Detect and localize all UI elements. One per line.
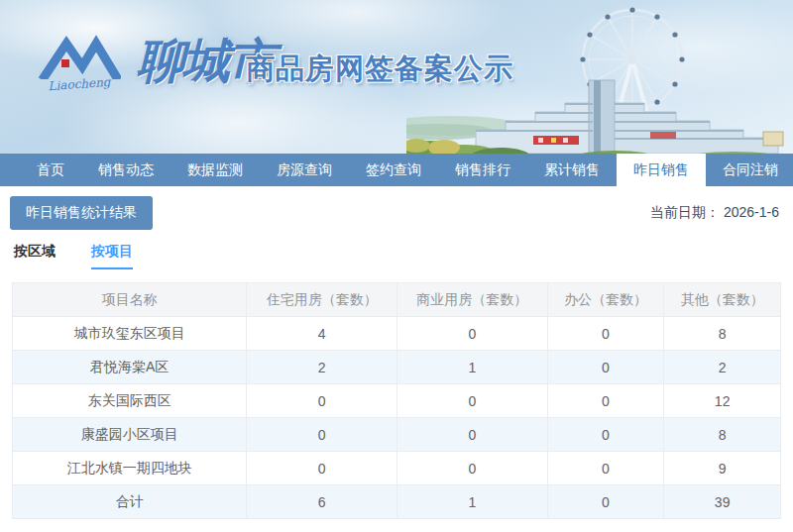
office-cell: 0 bbox=[547, 351, 664, 384]
residential-cell: 0 bbox=[247, 418, 397, 452]
nav-item-sales-ranking[interactable]: 销售排行 bbox=[438, 154, 527, 186]
project-name-cell: 城市玖玺东区项目 bbox=[13, 317, 247, 351]
other-cell: 12 bbox=[664, 384, 781, 418]
total-label-cell: 合计 bbox=[13, 485, 247, 519]
residential-cell: 2 bbox=[247, 351, 397, 384]
commercial-cell: 1 bbox=[397, 351, 548, 384]
table-row: 城市玖玺东区项目 4 0 0 8 bbox=[13, 317, 781, 351]
project-name-cell: 君悦海棠A区 bbox=[13, 351, 247, 384]
page-title: 商品房网签备案公示 bbox=[246, 50, 513, 89]
project-name-cell: 江北水镇一期四地块 bbox=[13, 452, 247, 485]
project-name-cell: 东关国际西区 bbox=[13, 384, 247, 418]
commercial-cell: 0 bbox=[397, 452, 548, 485]
nav-item-home[interactable]: 首页 bbox=[20, 154, 81, 186]
office-cell: 0 bbox=[547, 418, 664, 452]
other-total-cell: 39 bbox=[664, 485, 781, 519]
table-row-total: 合计 6 1 0 39 bbox=[13, 485, 781, 519]
column-header-office: 办公（套数） bbox=[547, 283, 664, 317]
main-content: 昨日销售统计结果 当前日期：2026-1-6 按区域 按项目 项目名称 住宅用房… bbox=[0, 186, 793, 519]
nav-item-data-monitor[interactable]: 数据监测 bbox=[170, 154, 260, 186]
commercial-cell: 0 bbox=[397, 384, 548, 418]
nav-item-total-sales[interactable]: 累计销售 bbox=[527, 154, 617, 186]
office-cell: 0 bbox=[547, 452, 664, 485]
office-total-cell: 0 bbox=[547, 485, 664, 519]
other-cell: 8 bbox=[664, 317, 781, 351]
residential-cell: 4 bbox=[247, 317, 397, 351]
nav-item-signing-search[interactable]: 签约查询 bbox=[349, 154, 438, 186]
table-row: 江北水镇一期四地块 0 0 0 9 bbox=[13, 452, 781, 485]
table-row: 君悦海棠A区 2 1 0 2 bbox=[13, 351, 781, 384]
other-cell: 9 bbox=[664, 452, 781, 485]
residential-cell: 0 bbox=[247, 384, 397, 418]
nav-item-listing-search[interactable]: 房源查询 bbox=[260, 154, 349, 186]
column-header-other: 其他（套数） bbox=[664, 283, 781, 317]
commercial-total-cell: 1 bbox=[397, 485, 548, 519]
table-header-row: 项目名称 住宅用房（套数） 商业用房（套数） 办公（套数） 其他（套数） bbox=[13, 283, 781, 317]
current-date-value: 2026-1-6 bbox=[724, 204, 779, 220]
tab-by-region[interactable]: 按区域 bbox=[14, 243, 56, 269]
commercial-cell: 0 bbox=[397, 317, 548, 351]
nav-item-yesterday-sales[interactable]: 昨日销售 bbox=[617, 154, 706, 186]
sales-table: 项目名称 住宅用房（套数） 商业用房（套数） 办公（套数） 其他（套数） 城市玖… bbox=[12, 282, 781, 519]
liaocheng-logo: Liaocheng bbox=[30, 34, 129, 91]
other-cell: 8 bbox=[664, 418, 781, 452]
tab-by-project[interactable]: 按项目 bbox=[91, 243, 133, 269]
toolbar: 昨日销售统计结果 当前日期：2026-1-6 bbox=[0, 186, 793, 236]
project-name-cell: 康盛园小区项目 bbox=[13, 418, 247, 452]
table-row: 康盛园小区项目 0 0 0 8 bbox=[13, 418, 781, 452]
view-tabs: 按区域 按项目 bbox=[14, 243, 779, 269]
column-header-project: 项目名称 bbox=[13, 283, 247, 317]
commercial-cell: 0 bbox=[397, 418, 548, 452]
column-header-residential: 住宅用房（套数） bbox=[247, 283, 397, 317]
yesterday-sales-stats-button[interactable]: 昨日销售统计结果 bbox=[10, 196, 153, 230]
table-row: 东关国际西区 0 0 0 12 bbox=[13, 384, 781, 418]
main-nav: 首页 销售动态 数据监测 房源查询 签约查询 销售排行 累计销售 昨日销售 合同… bbox=[0, 154, 793, 186]
office-cell: 0 bbox=[547, 317, 664, 351]
nav-item-contract-cancel[interactable]: 合同注销 bbox=[706, 154, 793, 186]
header-banner: Liaocheng 聊城市 商品房网签备案公示 bbox=[0, 0, 793, 154]
current-date: 当前日期：2026-1-6 bbox=[650, 204, 779, 222]
other-cell: 2 bbox=[664, 351, 781, 384]
mountain-m-logo-icon bbox=[38, 34, 121, 79]
nav-item-sales-activity[interactable]: 销售动态 bbox=[81, 154, 170, 186]
current-date-label: 当前日期： bbox=[650, 204, 720, 220]
residential-cell: 0 bbox=[247, 452, 397, 485]
residential-total-cell: 6 bbox=[247, 485, 397, 519]
column-header-commercial: 商业用房（套数） bbox=[397, 283, 548, 317]
office-cell: 0 bbox=[547, 384, 664, 418]
